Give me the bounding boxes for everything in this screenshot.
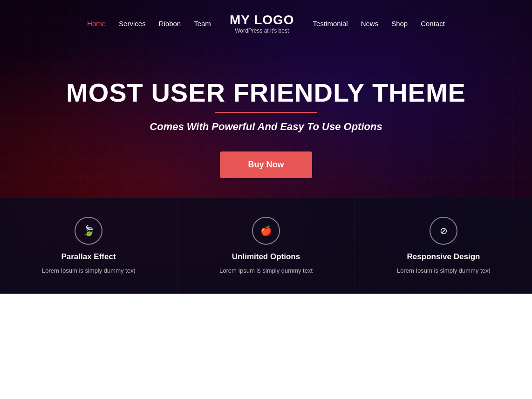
responsive-desc: Lorem Ipsum is simply dummy text: [369, 266, 518, 275]
logo-sub: WordPress at it's best: [230, 28, 294, 34]
responsive-title: Responsive Design: [369, 252, 518, 261]
unlimited-title: Unlimited Options: [191, 252, 341, 261]
logo-text: MY LOGO: [230, 13, 294, 28]
parallax-icon: 🍃: [75, 217, 102, 245]
feature-card-parallax: 🍃 Parallax Effect Lorem Ipsum is simply …: [0, 198, 177, 294]
nav-testimonial[interactable]: Testimonial: [313, 20, 348, 28]
hero-section: Home Services Ribbon Team MY LOGO WordPr…: [0, 0, 532, 294]
nav-right: Testimonial News Shop Contact: [313, 20, 445, 28]
nav-shop[interactable]: Shop: [391, 20, 408, 28]
nav-services[interactable]: Services: [119, 20, 146, 28]
buy-now-button[interactable]: Buy Now: [220, 151, 312, 178]
nav-contact[interactable]: Contact: [421, 20, 445, 28]
nav-home[interactable]: Home: [87, 20, 106, 28]
unlimited-desc: Lorem Ipsum is simply dummy text: [191, 266, 341, 275]
hero-title: MOST USER FRIENDLY THEME: [66, 78, 466, 107]
hero-subtitle: Comes With Powerful And Easy To Use Opti…: [66, 121, 466, 133]
hero-content: MOST USER FRIENDLY THEME Comes With Powe…: [66, 78, 466, 215]
unlimited-icon: 🍎: [252, 217, 280, 245]
feature-card-unlimited: 🍎 Unlimited Options Lorem Ipsum is simpl…: [177, 198, 355, 294]
parallax-title: Parallax Effect: [14, 252, 163, 261]
site-header: Home Services Ribbon Team MY LOGO WordPr…: [0, 0, 532, 47]
features-section: 🍃 Parallax Effect Lorem Ipsum is simply …: [0, 198, 532, 294]
hero-underline: [215, 112, 317, 113]
nav-team[interactable]: Team: [194, 20, 211, 28]
nav-ribbon[interactable]: Ribbon: [159, 20, 181, 28]
feature-card-responsive: ⊘ Responsive Design Lorem Ipsum is simpl…: [355, 198, 532, 294]
main-nav: Home Services Ribbon Team MY LOGO WordPr…: [87, 13, 445, 34]
responsive-icon: ⊘: [430, 217, 457, 245]
site-logo: MY LOGO WordPress at it's best: [230, 13, 294, 34]
nav-news[interactable]: News: [361, 20, 379, 28]
parallax-desc: Lorem Ipsum is simply dummy text: [14, 266, 163, 275]
nav-left: Home Services Ribbon Team: [87, 20, 211, 28]
